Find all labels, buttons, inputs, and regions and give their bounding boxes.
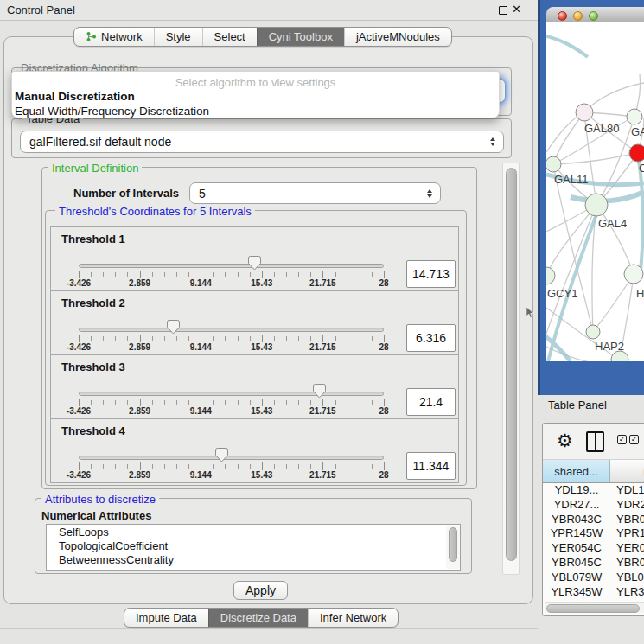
network-node-gal4[interactable] xyxy=(585,194,608,216)
network-node-gal11[interactable] xyxy=(546,156,561,172)
main-scrollbar-thumb[interactable] xyxy=(506,168,517,561)
dropdown-item-manual-discretization[interactable]: Manual Discretization xyxy=(12,89,499,104)
table-row[interactable]: YER054CYER0 xyxy=(543,541,644,556)
column-header-na[interactable]: na xyxy=(610,460,644,483)
tab-network[interactable]: Network xyxy=(74,28,154,46)
slider-major-tick xyxy=(262,335,263,342)
threshold-value-field[interactable]: 6.316 xyxy=(406,324,456,352)
minimize-traffic-light-icon[interactable] xyxy=(573,11,583,21)
main-vertical-scrollbar[interactable] xyxy=(502,163,520,575)
attribute-item-betweennesscentrality[interactable]: BetweennessCentrality xyxy=(47,552,460,566)
network-node-gcy1[interactable] xyxy=(546,267,555,284)
threshold-value-field[interactable]: 11.344 xyxy=(406,452,456,480)
cell-shared-name: YBR045C xyxy=(543,556,610,571)
table-row[interactable]: YBR043CYBR0 xyxy=(543,513,644,527)
table-hscrollbar-thumb[interactable] xyxy=(546,604,640,613)
close-icon[interactable]: ✕ xyxy=(512,3,521,16)
threshold-slider-thumb[interactable] xyxy=(167,320,180,335)
table-horizontal-scrollbar[interactable] xyxy=(545,602,644,613)
slider-minor-ticks xyxy=(79,400,385,405)
cell-shared-name: YLR345W xyxy=(543,585,610,600)
slider-major-tick xyxy=(79,335,80,342)
threshold-slider-track[interactable] xyxy=(79,328,384,332)
threshold-value-field[interactable]: 14.713 xyxy=(406,260,456,288)
slider-scale-label: 21.715 xyxy=(309,278,336,288)
table-data-combo[interactable]: galFiltered.sif default node xyxy=(20,131,504,153)
network-window-titlebar[interactable] xyxy=(546,7,644,22)
cell-name: YIL0 xyxy=(610,599,640,600)
numerical-attributes-label: Numerical Attributes xyxy=(41,509,151,522)
panel-title: Control Panel xyxy=(7,3,75,16)
slider-scale-label: 2.859 xyxy=(129,278,150,288)
table-row[interactable]: YBL079WYBL0 xyxy=(543,571,644,585)
threshold-slider-track[interactable] xyxy=(79,392,384,396)
num-intervals-combo[interactable]: 5 xyxy=(189,182,441,204)
slider-major-tick xyxy=(201,462,201,470)
table-row[interactable]: YDR27...YDR2 xyxy=(543,498,644,513)
cell-shared-name: YER054C xyxy=(543,541,610,556)
table-header-row: shared...na xyxy=(543,460,644,483)
tab-impute-data[interactable]: Impute Data xyxy=(124,609,208,627)
list-scrollbar-thumb[interactable] xyxy=(449,527,457,562)
slider-scale-label: 28 xyxy=(379,278,388,288)
table-panel: ⚙ ✓ ✓ shared...na YDL19...YDL1YDR27...YD… xyxy=(542,423,644,616)
table-data-value: galFiltered.sif default node xyxy=(29,135,171,149)
node-label: C xyxy=(639,162,644,175)
table-row[interactable]: YLR345WYLR3 xyxy=(543,585,644,600)
network-node-ga[interactable] xyxy=(627,109,642,124)
gear-icon[interactable]: ⚙ xyxy=(557,430,573,451)
slider-scale-label: 21.715 xyxy=(309,342,336,352)
network-window: GAL80GACGAL11GAL4GCY1HHAP2 xyxy=(546,7,644,361)
network-node-gal80[interactable] xyxy=(576,104,593,121)
tab-discretize-data[interactable]: Discretize Data xyxy=(208,609,308,627)
threshold-label: Threshold 2 xyxy=(61,296,125,309)
tab-style[interactable]: Style xyxy=(154,28,202,46)
zoom-traffic-light-icon[interactable] xyxy=(589,11,598,21)
node-label: GCY1 xyxy=(547,287,577,300)
node-label: H xyxy=(636,287,644,300)
attributes-list[interactable]: SelfLoopsTopologicalCoefficientBetweenne… xyxy=(46,524,461,571)
apply-button[interactable]: Apply xyxy=(233,581,288,600)
top-tab-bar: NetworkStyleSelectCyni ToolboxjActiveMNo… xyxy=(73,27,452,47)
split-columns-icon[interactable] xyxy=(586,431,604,452)
tab-select[interactable]: Select xyxy=(202,28,257,46)
tab-infer-network[interactable]: Infer Network xyxy=(308,609,398,627)
slider-scale-label: 9.144 xyxy=(190,342,212,352)
network-node-hap2[interactable] xyxy=(586,325,600,339)
network-node-h[interactable] xyxy=(624,265,643,284)
close-traffic-light-icon[interactable] xyxy=(558,11,567,21)
attribute-item-selfloops[interactable]: SelfLoops xyxy=(47,525,460,539)
slider-scale-label: -3.426 xyxy=(67,406,91,416)
threshold-slider-track[interactable] xyxy=(79,264,384,268)
checkbox-icon[interactable]: ✓ xyxy=(629,435,639,444)
slider-scale-label: 2.859 xyxy=(129,470,150,480)
table-row[interactable]: YPR145WYPR1 xyxy=(543,526,644,541)
cell-shared-name: YPR145W xyxy=(543,526,610,541)
table-row[interactable]: YBR045CYBR0 xyxy=(543,556,644,571)
slider-scale-label: 15.43 xyxy=(251,406,272,416)
threshold-slider-thumb[interactable] xyxy=(215,448,228,462)
slider-major-tick xyxy=(79,271,80,278)
attribute-item-topologicalcoefficient[interactable]: TopologicalCoefficient xyxy=(47,539,460,552)
threshold-slider-thumb[interactable] xyxy=(313,384,326,399)
threshold-slider-track[interactable] xyxy=(79,456,384,460)
float-window-icon[interactable] xyxy=(499,6,507,15)
table-row[interactable]: YDL19...YDL1 xyxy=(543,483,644,498)
column-header-shared[interactable]: shared... xyxy=(543,460,610,483)
tab-cyni-toolbox[interactable]: Cyni Toolbox xyxy=(257,28,344,46)
network-canvas[interactable]: GAL80GACGAL11GAL4GCY1HHAP2 xyxy=(546,22,644,361)
dropdown-item-equal-width-frequency-discretization[interactable]: Equal Width/Frequency Discretization xyxy=(12,104,499,118)
dropdown-items: Manual DiscretizationEqual Width/Frequen… xyxy=(12,89,499,118)
slider-major-tick xyxy=(384,462,385,470)
slider-major-tick xyxy=(201,335,201,342)
slider-scale-label: -3.426 xyxy=(67,470,91,480)
tab-jactivemnodules[interactable]: jActiveMNodules xyxy=(344,28,451,46)
list-vertical-scrollbar[interactable] xyxy=(446,526,460,569)
slider-major-tick xyxy=(140,271,141,278)
table-row[interactable]: YIL052CYIL0 xyxy=(543,599,644,600)
threshold-slider-thumb[interactable] xyxy=(248,256,261,271)
network-node-c[interactable] xyxy=(629,144,644,162)
checkbox-icon[interactable]: ✓ xyxy=(617,435,627,444)
control-panel-titlebar: Control Panel ✕ xyxy=(0,0,538,21)
threshold-value-field[interactable]: 21.4 xyxy=(406,388,456,416)
